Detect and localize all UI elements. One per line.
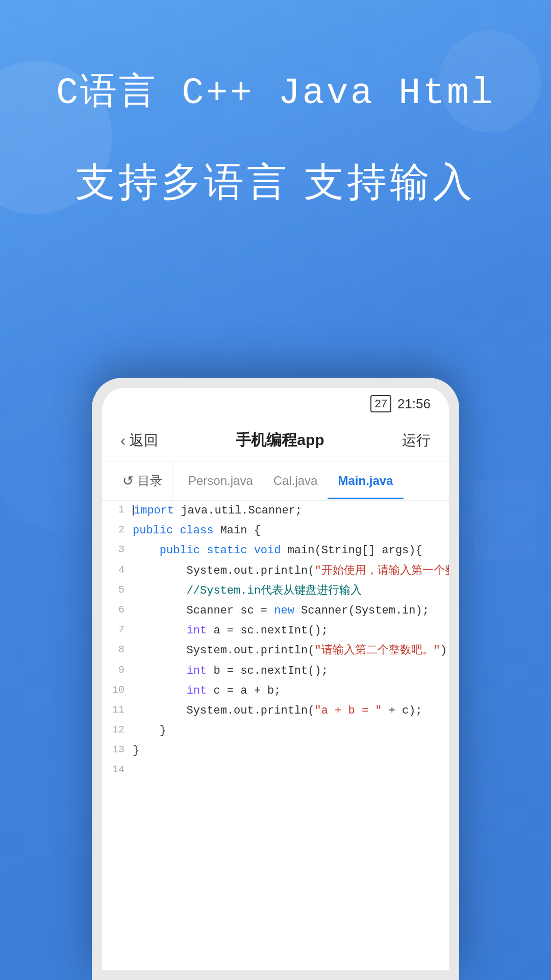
folder-icon: ↺ (122, 473, 134, 489)
tab-main-java[interactable]: Main.java (328, 462, 403, 499)
code-line-14: 14 (102, 761, 449, 780)
app-title: 手机编程app (236, 430, 324, 451)
code-line-8: 8 System.out.println("请输入第二个整数吧。"); (102, 641, 449, 660)
tab-cal-java-label: Cal.java (273, 474, 318, 487)
line-content-8: System.out.println("请输入第二个整数吧。"); (133, 641, 449, 660)
phone-inner: 27 21:56 ‹ 返回 手机编程app 运行 ↺ 目录 (102, 388, 449, 970)
run-button[interactable]: 运行 (402, 431, 431, 450)
tab-bar: ↺ 目录 Person.java Cal.java Main.java (102, 461, 449, 501)
phone-outer: 27 21:56 ‹ 返回 手机编程app 运行 ↺ 目录 (92, 378, 459, 980)
line-num-1: 1 (102, 501, 133, 518)
code-line-6: 6 Scanner sc = new Scanner(System.in); (102, 601, 449, 621)
tab-person-java-label: Person.java (188, 474, 253, 487)
tab-cal-java[interactable]: Cal.java (263, 462, 328, 499)
battery-indicator: 27 (370, 395, 391, 412)
line-content-2: public class Main { (133, 521, 449, 541)
line-content-3: public static void main(String[] args){ (133, 541, 449, 560)
line-num-3: 3 (102, 541, 133, 558)
code-line-5: 5 //System.in代表从键盘进行输入 (102, 581, 449, 601)
code-editor[interactable]: 1 import java.util.Scanner; 2 public cla… (102, 501, 449, 970)
deco-device (474, 480, 536, 561)
hero-section: C语言 C++ Java Html 支持多语言 支持输入 (0, 0, 551, 208)
line-num-4: 4 (102, 561, 133, 578)
back-button[interactable]: ‹ 返回 (120, 431, 158, 450)
line-content-11: System.out.println("a + b = " + c); (133, 701, 449, 721)
code-line-3: 3 public static void main(String[] args)… (102, 541, 449, 560)
line-num-6: 6 (102, 601, 133, 618)
line-num-5: 5 (102, 581, 133, 598)
hero-title: C语言 C++ Java Html (0, 71, 551, 115)
line-content-6: Scanner sc = new Scanner(System.in); (133, 601, 449, 621)
line-num-9: 9 (102, 661, 133, 678)
line-num-10: 10 (102, 681, 133, 698)
line-content-14 (133, 761, 449, 780)
line-content-5: //System.in代表从键盘进行输入 (133, 581, 449, 601)
folder-label: 目录 (138, 473, 162, 489)
line-num-2: 2 (102, 521, 133, 538)
code-line-1: 1 import java.util.Scanner; (102, 501, 449, 521)
code-line-11: 11 System.out.println("a + b = " + c); (102, 701, 449, 721)
back-label: 返回 (130, 431, 158, 450)
line-content-1: import java.util.Scanner; (133, 501, 449, 521)
phone-mockup: 27 21:56 ‹ 返回 手机编程app 运行 ↺ 目录 (92, 378, 459, 980)
code-line-2: 2 public class Main { (102, 521, 449, 541)
code-line-7: 7 int a = sc.nextInt(); (102, 621, 449, 641)
line-content-13: } (133, 741, 449, 761)
back-chevron-icon: ‹ (120, 432, 126, 449)
code-line-12: 12 } (102, 721, 449, 741)
code-line-4: 4 System.out.println("开始使用，请输入第一个整数吧。"); (102, 561, 449, 581)
line-content-9: int b = sc.nextInt(); (133, 661, 449, 681)
tab-main-java-label: Main.java (338, 474, 393, 487)
line-num-12: 12 (102, 721, 133, 738)
status-bar: 27 21:56 (102, 388, 449, 420)
hero-subtitle: 支持多语言 支持输入 (0, 156, 551, 208)
code-line-9: 9 int b = sc.nextInt(); (102, 661, 449, 681)
code-line-10: 10 int c = a + b; (102, 681, 449, 701)
line-num-13: 13 (102, 741, 133, 758)
line-content-7: int a = sc.nextInt(); (133, 621, 449, 641)
line-content-10: int c = a + b; (133, 681, 449, 701)
line-num-14: 14 (102, 761, 133, 778)
line-num-11: 11 (102, 701, 133, 718)
line-content-12: } (133, 721, 449, 741)
app-header: ‹ 返回 手机编程app 运行 (102, 420, 449, 461)
code-line-13: 13 } (102, 741, 449, 761)
tab-person-java[interactable]: Person.java (178, 462, 263, 499)
line-num-7: 7 (102, 621, 133, 638)
status-time: 21:56 (397, 396, 431, 412)
line-content-4: System.out.println("开始使用，请输入第一个整数吧。"); (133, 561, 449, 581)
line-num-8: 8 (102, 641, 133, 658)
folder-tab[interactable]: ↺ 目录 (112, 461, 173, 500)
